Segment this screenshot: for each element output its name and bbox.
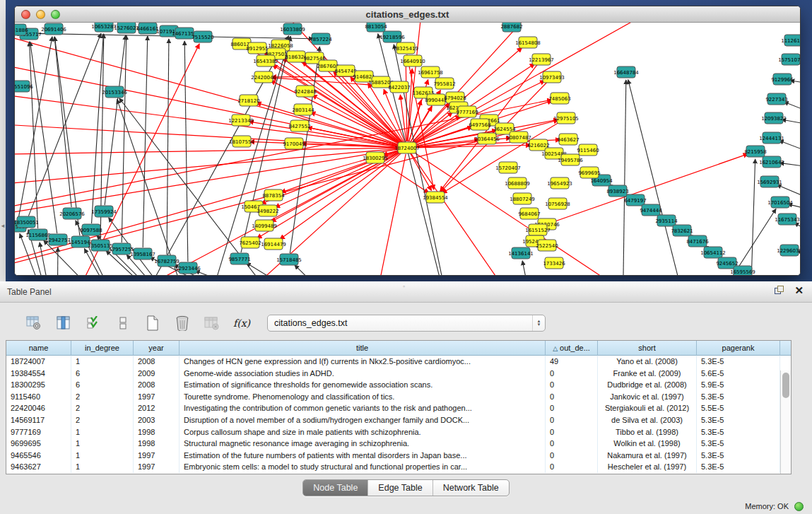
table-select-dropdown[interactable]: citations_edges.txt ▲▼	[267, 315, 546, 332]
column-header-pagerank[interactable]: pagerank	[697, 341, 780, 356]
graph-node[interactable]: 9227343	[765, 93, 787, 105]
graph-node[interactable]: 6479197	[624, 194, 646, 206]
column-header-in_degree[interactable]: in_degree	[71, 341, 134, 356]
graph-node[interactable]: 12213967	[529, 54, 554, 65]
graph-node[interactable]: 7857224	[310, 33, 332, 45]
graph-node[interactable]: 10688809	[505, 177, 530, 189]
graph-node[interactable]: 15720407	[495, 162, 521, 173]
split-panel-button[interactable]	[113, 313, 133, 333]
graph-node[interactable]: 3498222	[257, 205, 278, 216]
graph-node[interactable]: 2887682	[500, 23, 522, 32]
graph-node[interactable]: 9684067	[518, 208, 540, 219]
select-columns-button[interactable]	[54, 313, 73, 333]
table-row[interactable]: 911546021997Tourette syndrome. Phenomeno…	[6, 391, 791, 403]
graph-node[interactable]: 19218596	[379, 31, 405, 42]
graph-node[interactable]: 16595569	[730, 266, 755, 275]
close-panel-icon[interactable]: ✕	[794, 286, 804, 296]
graph-node[interactable]: 8422037	[388, 81, 410, 93]
graph-node[interactable]: 8427552	[288, 120, 310, 132]
graph-node[interactable]: 8215958	[744, 146, 766, 157]
graph-node[interactable]: 18107554	[229, 136, 254, 147]
graph-node[interactable]: 2803144	[292, 104, 314, 115]
column-header-title[interactable]: title	[180, 341, 546, 356]
graph-node[interactable]: 16210643	[759, 156, 784, 168]
graph-node[interactable]: 19384554	[423, 192, 448, 203]
graph-node[interactable]: 9474444	[640, 204, 662, 216]
create-table-button[interactable]	[143, 313, 163, 333]
graph-node[interactable]: 20551096	[15, 81, 33, 92]
table-row[interactable]: 946554611997Estimation of the future num…	[6, 450, 791, 462]
table-row[interactable]: 2242004622012Investigating the contribut…	[6, 402, 791, 414]
graph-node[interactable]: 18300295	[363, 152, 388, 163]
graph-node[interactable]: 1733426	[543, 257, 565, 269]
network-view-canvas[interactable]: 1405571720691406106532871527602164661611…	[15, 23, 800, 275]
split-pane-handle[interactable]: ◦	[403, 283, 405, 290]
graph-node[interactable]: 19495786	[558, 154, 583, 165]
graph-node[interactable]: 17359924	[91, 206, 117, 217]
graph-node[interactable]: 19654923	[547, 177, 572, 189]
graph-node[interactable]: 10973493	[539, 71, 565, 83]
splitter-collapse-arrow[interactable]: ◂	[0, 221, 6, 230]
graph-node[interactable]: 15692931	[757, 176, 782, 187]
graph-node[interactable]: 10756928	[545, 198, 570, 209]
graph-node[interactable]: 8471676	[686, 235, 709, 247]
graph-node[interactable]: 12975105	[553, 112, 579, 124]
graph-node[interactable]: 7832621	[671, 225, 693, 236]
graph-node[interactable]: 14136141	[508, 247, 534, 259]
graph-node[interactable]: 16640910	[400, 55, 425, 66]
graph-node[interactable]: 12444131	[759, 132, 784, 144]
graph-node[interactable]: 16154808	[515, 37, 541, 48]
graph-node[interactable]: 13958167	[130, 248, 155, 259]
tab-edge-table[interactable]: Edge Table	[367, 480, 432, 496]
graph-node[interactable]: 8878354	[262, 189, 285, 201]
graph-node[interactable]: 16033809	[280, 23, 305, 35]
select-rows-button[interactable]	[83, 313, 103, 333]
graph-node[interactable]: 14099489	[252, 220, 277, 231]
graph-node[interactable]: 10653287	[91, 23, 117, 32]
graph-node[interactable]: 8938923	[606, 185, 628, 197]
graph-node[interactable]: 20364456	[474, 133, 500, 144]
table-row[interactable]: 1872400712008Changes of HCN gene express…	[6, 356, 791, 368]
graph-node[interactable]: 9463627	[557, 134, 579, 145]
graph-node[interactable]: 8813054	[365, 23, 387, 32]
function-builder-button[interactable]: f(x)	[232, 313, 252, 333]
graph-node[interactable]: 16151527	[525, 224, 551, 235]
graph-node[interactable]: 11126121	[781, 35, 800, 46]
graph-node[interactable]: 9961886	[15, 24, 28, 35]
graph-node[interactable]: 16543382	[253, 55, 278, 66]
column-header-name[interactable]: name	[6, 341, 71, 356]
graph-node[interactable]: 15718485	[276, 254, 302, 265]
graph-node[interactable]: 9699695	[578, 167, 600, 178]
graph-node[interactable]: 12942757	[45, 234, 71, 245]
graph-node[interactable]: 6466161	[136, 23, 158, 34]
graph-node[interactable]: 12296039	[777, 245, 800, 256]
tab-node-table[interactable]: Node Table	[303, 480, 367, 496]
graph-node[interactable]: 12093822	[761, 112, 787, 124]
graph-node[interactable]: 7625402	[239, 237, 261, 248]
graph-node[interactable]: 15751074	[778, 54, 800, 65]
graph-node[interactable]: 9242848	[294, 86, 316, 97]
graph-node[interactable]: 18807249	[510, 193, 535, 204]
column-header-out_de[interactable]: △out_de...	[546, 341, 598, 356]
table-row[interactable]: 1830029562008Estimation of significance …	[6, 379, 791, 391]
column-header-year[interactable]: year	[134, 341, 180, 356]
graph-node[interactable]: 7955812	[433, 78, 455, 89]
graph-node[interactable]: 10654112	[700, 247, 726, 258]
graph-node[interactable]: 9777169	[456, 106, 478, 117]
graph-node[interactable]: 16648784	[613, 66, 639, 78]
graph-node[interactable]: 9857771	[228, 253, 250, 264]
graph-node[interactable]: 7515520	[192, 31, 213, 42]
graph-node[interactable]: 12923446	[175, 262, 201, 274]
graph-node[interactable]: 9129966	[771, 74, 794, 85]
vertical-scrollbar[interactable]	[780, 370, 791, 474]
graph-node[interactable]: 20153346	[102, 86, 127, 98]
tab-network-table[interactable]: Network Table	[433, 480, 509, 496]
memory-ok-indicator[interactable]	[794, 502, 804, 511]
graph-node[interactable]: 2718120	[237, 95, 259, 106]
graph-node[interactable]: 18325419	[393, 42, 418, 54]
graph-node[interactable]: 20206576	[59, 208, 85, 219]
delete-rows-button[interactable]	[172, 313, 192, 333]
graph-node[interactable]: 20691406	[41, 23, 66, 35]
network-window-titlebar[interactable]: citations_edges.txt	[15, 6, 800, 23]
graph-node[interactable]: 9115460	[577, 144, 599, 156]
